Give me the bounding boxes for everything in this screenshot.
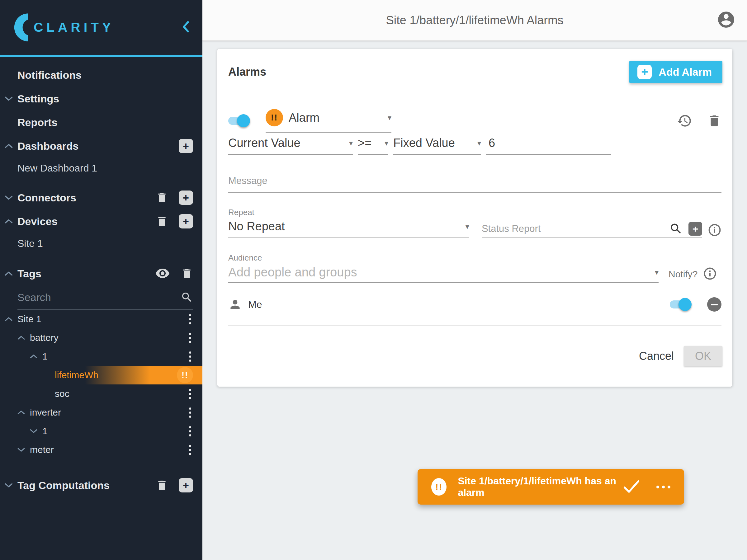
condition-operator-select[interactable]: >= ▾ — [358, 136, 388, 155]
add-status-report-button[interactable]: + — [689, 222, 702, 236]
message-input[interactable] — [228, 175, 721, 193]
audience-input[interactable] — [228, 265, 655, 279]
tree-item-battery[interactable]: battery — [0, 328, 202, 347]
sidebar-item-site-1[interactable]: Site 1 — [0, 233, 202, 254]
acknowledge-alarm-button[interactable] — [623, 480, 640, 494]
chevron-up-icon — [12, 410, 30, 415]
divider — [217, 95, 732, 95]
notify-label: Notify? — [669, 269, 697, 279]
main-area: Site 1/battery/1/lifetimeWh Alarms Alarm… — [202, 0, 747, 560]
condition-source-select[interactable]: Current Value ▾ — [228, 136, 353, 155]
account-circle-icon — [717, 10, 736, 29]
condition-value-input[interactable] — [486, 136, 611, 155]
tree-item-soc[interactable]: soc — [0, 384, 202, 403]
alarm-badge-icon: !! — [431, 478, 446, 496]
sidebar-header: CLARITY — [0, 0, 202, 57]
remove-member-button[interactable] — [707, 297, 721, 312]
tree-item-battery-1[interactable]: 1 — [0, 347, 202, 366]
sidebar-nav: Notifications Settings Reports Dashboard… — [0, 57, 202, 497]
plus-icon: + — [693, 223, 698, 235]
tree-item-site-1[interactable]: Site 1 — [0, 310, 202, 328]
tree-item-menu-icon[interactable] — [187, 350, 193, 364]
chevron-up-icon — [0, 218, 18, 224]
tree-item-inverter-1[interactable]: 1 — [0, 422, 202, 441]
sidebar-item-new-dashboard-1[interactable]: New Dashboard 1 — [0, 158, 202, 178]
tree-item-inverter[interactable]: inverter — [0, 403, 202, 422]
tree-item-menu-icon[interactable] — [187, 424, 193, 438]
toast-more-icon[interactable] — [656, 486, 670, 488]
alarm-history-button[interactable] — [677, 113, 692, 129]
plus-icon: + — [183, 479, 189, 491]
toggle-tag-visibility-button[interactable] — [155, 268, 170, 279]
audience-member-row: Me — [228, 297, 721, 312]
sidebar-item-devices[interactable]: Devices + — [0, 210, 202, 233]
clarity-logo-icon — [14, 12, 29, 42]
plus-icon: + — [183, 192, 189, 204]
tree-item-menu-icon[interactable] — [187, 312, 193, 326]
audience-member-name: Me — [248, 299, 262, 310]
chevron-down-icon — [25, 429, 42, 434]
add-connector-button[interactable]: + — [179, 190, 193, 205]
sidebar-item-reports[interactable]: Reports — [0, 110, 202, 134]
sidebar-item-tags[interactable]: Tags — [0, 262, 202, 286]
status-report-info-icon[interactable] — [708, 223, 721, 238]
account-button[interactable] — [717, 10, 736, 30]
trash-icon — [156, 214, 168, 228]
alarms-panel: Alarms + Add Alarm !! Alarm ▾ — [217, 49, 732, 386]
eye-icon — [155, 268, 170, 279]
sidebar-item-dashboards[interactable]: Dashboards + — [0, 134, 202, 158]
check-icon — [623, 480, 640, 494]
delete-alarm-button[interactable] — [707, 113, 721, 129]
delete-connectors-button[interactable] — [156, 191, 168, 205]
status-report-input[interactable] — [482, 223, 664, 234]
person-icon — [228, 298, 242, 311]
alarm-badge-icon: !! — [177, 367, 193, 383]
history-icon — [677, 113, 692, 129]
plus-square-icon: + — [637, 65, 652, 79]
trash-icon — [156, 191, 168, 205]
repeat-select[interactable]: No Repeat ▾ — [228, 220, 469, 238]
ok-button[interactable]: OK — [684, 346, 722, 366]
delete-tag-computations-button[interactable] — [156, 478, 168, 492]
chevron-down-icon — [0, 482, 18, 488]
delete-devices-button[interactable] — [156, 214, 168, 228]
alarm-type-select[interactable]: !! Alarm ▾ — [266, 109, 391, 133]
notify-info-icon[interactable] — [703, 267, 717, 282]
condition-value-type-select[interactable]: Fixed Value ▾ — [393, 136, 481, 155]
sidebar-collapse-button[interactable] — [181, 21, 190, 34]
panel-title: Alarms — [228, 65, 266, 78]
tag-tree: Site 1 battery 1 lifetimeWh !! — [0, 310, 202, 459]
sidebar-item-notifications[interactable]: Notifications — [0, 63, 202, 87]
tree-item-menu-icon[interactable] — [187, 443, 193, 457]
tree-item-menu-icon[interactable] — [187, 331, 193, 345]
tree-item-lifetimewh[interactable]: lifetimeWh !! — [0, 366, 202, 384]
trash-icon — [707, 113, 721, 129]
chevron-up-icon — [0, 271, 18, 276]
chevron-left-icon — [181, 21, 190, 33]
search-icon[interactable] — [181, 291, 193, 303]
notify-me-toggle[interactable] — [670, 300, 690, 309]
sidebar-item-settings[interactable]: Settings — [0, 87, 202, 110]
delete-tags-button[interactable] — [181, 267, 193, 281]
page-title: Site 1/battery/1/lifetimeWh Alarms — [386, 14, 563, 27]
alarm-badge-icon: !! — [266, 109, 283, 126]
tree-item-menu-icon[interactable] — [187, 387, 193, 401]
tree-item-menu-icon[interactable] — [187, 406, 193, 420]
chevron-down-icon[interactable]: ▾ — [655, 268, 659, 277]
cancel-button[interactable]: Cancel — [639, 350, 674, 363]
sidebar-item-connectors[interactable]: Connectors + — [0, 186, 202, 210]
app-logo: CLARITY — [34, 20, 114, 35]
audience-label: Audience — [228, 253, 721, 263]
sidebar-item-tag-computations[interactable]: Tag Computations + — [0, 474, 202, 497]
add-dashboard-button[interactable]: + — [179, 139, 193, 153]
tag-search-input[interactable] — [18, 291, 181, 303]
search-icon[interactable] — [669, 222, 683, 236]
add-device-button[interactable]: + — [179, 214, 193, 229]
top-bar: Site 1/battery/1/lifetimeWh Alarms — [202, 0, 747, 41]
chevron-down-icon: ▾ — [385, 139, 388, 148]
tree-item-meter[interactable]: meter — [0, 441, 202, 459]
alarm-enabled-toggle[interactable] — [228, 117, 249, 125]
toast-message: Site 1/battery/1/lifetimeWh has an alarm — [458, 475, 623, 498]
add-tag-computation-button[interactable]: + — [179, 478, 193, 492]
add-alarm-button[interactable]: + Add Alarm — [629, 61, 722, 83]
